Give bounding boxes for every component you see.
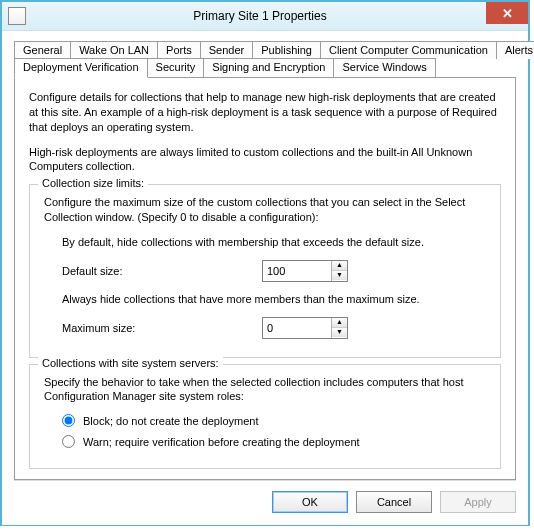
apply-button: Apply [440, 491, 516, 513]
tab-ports[interactable]: Ports [157, 41, 201, 59]
spinner-up-icon[interactable]: ▲ [332, 261, 347, 271]
app-icon [8, 7, 26, 25]
default-size-label: Default size: [62, 265, 262, 277]
dialog-window: Primary Site 1 Properties ✕ GeneralWake … [0, 0, 530, 526]
tab-security[interactable]: Security [147, 58, 205, 77]
tab-strip: GeneralWake On LANPortsSenderPublishingC… [14, 41, 516, 77]
client-area: GeneralWake On LANPortsSenderPublishingC… [2, 31, 528, 525]
tab-service-windows[interactable]: Service Windows [333, 58, 435, 77]
tab-general[interactable]: General [14, 41, 71, 59]
cancel-button[interactable]: Cancel [356, 491, 432, 513]
description-text-2: High-risk deployments are always limited… [29, 145, 501, 175]
radio-block[interactable] [62, 414, 75, 427]
spinner-up-icon[interactable]: ▲ [332, 318, 347, 328]
maximum-size-label: Maximum size: [62, 322, 262, 334]
hide-default-text: By default, hide collections with member… [62, 235, 486, 250]
close-icon: ✕ [502, 6, 513, 21]
spinner-down-icon[interactable]: ▼ [332, 271, 347, 280]
maximum-size-spinner[interactable]: ▲ ▼ [262, 317, 348, 339]
hide-max-text: Always hide collections that have more m… [62, 292, 486, 307]
radio-warn-label: Warn; require verification before creati… [83, 436, 360, 448]
tab-client-computer-communication[interactable]: Client Computer Communication [320, 41, 497, 59]
group-collection-size-limits: Collection size limits: Configure the ma… [29, 184, 501, 357]
window-title: Primary Site 1 Properties [32, 9, 528, 23]
close-button[interactable]: ✕ [486, 2, 528, 24]
tab-deployment-verification[interactable]: Deployment Verification [14, 58, 148, 78]
group-legend: Collections with site system servers: [38, 357, 223, 369]
default-size-input[interactable] [263, 261, 331, 281]
tab-panel-deployment-verification: Configure details for collections that h… [14, 77, 516, 480]
maximum-size-input[interactable] [263, 318, 331, 338]
description-text: Configure details for collections that h… [29, 90, 501, 135]
default-size-spinner[interactable]: ▲ ▼ [262, 260, 348, 282]
group2-desc: Specify the behavior to take when the se… [44, 375, 486, 405]
group-site-system-servers: Collections with site system servers: Sp… [29, 364, 501, 470]
group-legend: Collection size limits: [38, 177, 148, 189]
ok-button[interactable]: OK [272, 491, 348, 513]
tab-signing-and-encryption[interactable]: Signing and Encryption [203, 58, 334, 77]
radio-warn[interactable] [62, 435, 75, 448]
tab-alerts[interactable]: Alerts [496, 41, 534, 59]
dialog-button-row: OK Cancel Apply [14, 480, 516, 525]
group1-desc: Configure the maximum size of the custom… [44, 195, 486, 225]
titlebar: Primary Site 1 Properties ✕ [2, 2, 528, 31]
tab-wake-on-lan[interactable]: Wake On LAN [70, 41, 158, 59]
radio-block-label: Block; do not create the deployment [83, 415, 259, 427]
spinner-down-icon[interactable]: ▼ [332, 328, 347, 337]
tab-publishing[interactable]: Publishing [252, 41, 321, 59]
tab-sender[interactable]: Sender [200, 41, 253, 59]
